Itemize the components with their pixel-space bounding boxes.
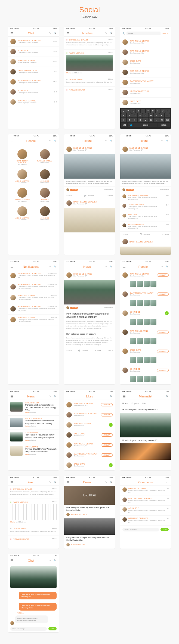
share-icon[interactable]: ↗ — [165, 481, 169, 484]
post-image[interactable] — [64, 208, 115, 232]
comments-count[interactable]: 3 comments — [104, 188, 113, 191]
article-question[interactable]: How Instagram closed my account ? — [120, 407, 171, 413]
user-name[interactable]: MARINE LE GRAND — [74, 403, 99, 405]
search-result-row[interactable]: MARINE LE GRANDSan Francisco, CA — [120, 47, 171, 57]
news-thumbnail[interactable] — [10, 402, 23, 412]
avatar[interactable] — [122, 90, 128, 95]
kb-key[interactable]: Y — [146, 109, 150, 113]
compose-icon[interactable]: ✎ — [48, 265, 52, 268]
thumbnail[interactable] — [150, 357, 156, 363]
kb-key[interactable]: O — [161, 109, 165, 113]
thumbnail[interactable] — [137, 376, 143, 382]
comment-button[interactable]: 💬 Comment — [78, 350, 88, 351]
search-result-row[interactable]: JAKE DAVESan Francisco — [120, 57, 171, 67]
kb-key[interactable]: J — [154, 113, 159, 117]
user-name[interactable]: MARINE LE GRAND — [130, 273, 155, 275]
thumbnail[interactable] — [130, 376, 136, 382]
comment-input[interactable]: write a comment... — [122, 528, 159, 531]
search-icon[interactable]: 🔍 — [109, 32, 113, 35]
post-image[interactable] — [120, 413, 171, 437]
avatar[interactable] — [122, 214, 126, 217]
notification-row[interactable]: BARTHELEMY CHALVET30 MIN AGOLorem ipsum … — [8, 281, 59, 293]
follow-button[interactable]: + FOLLOW — [101, 433, 113, 437]
kb-key[interactable]: C — [138, 118, 143, 122]
reply-button[interactable]: ↩ — [167, 507, 169, 514]
avatar[interactable] — [10, 295, 16, 300]
message-input[interactable]: Write a message... — [10, 627, 47, 631]
next-button[interactable]: Next › — [108, 350, 113, 351]
user-name[interactable]: BARTHELEMY CHALVET — [73, 201, 97, 203]
kb-key[interactable]: L — [165, 113, 170, 117]
thumbnail[interactable] — [150, 376, 156, 382]
user-name[interactable]: BARTHELEMY CHALVET — [128, 194, 164, 196]
menu-icon[interactable] — [10, 395, 14, 398]
people-card[interactable]: JOHN DOE San Francisco — [33, 167, 56, 186]
thumbnail[interactable] — [144, 338, 150, 344]
thumbnail[interactable] — [150, 338, 156, 344]
avatar[interactable] — [122, 349, 128, 354]
kb-key[interactable]: V — [143, 118, 148, 122]
chat-row[interactable]: JOHN DOELorem ipsum dolor sit amet. 5 J — [8, 87, 59, 97]
kb-key[interactable]: S — [127, 113, 132, 117]
user-name[interactable]: BARTHELEMY CHALVET — [129, 241, 153, 243]
thumbnail[interactable] — [137, 281, 143, 287]
kb-key[interactable]: M — [159, 118, 164, 122]
avatar[interactable] — [122, 223, 126, 227]
author-link[interactable]: Marina — [66, 72, 71, 74]
avatar[interactable] — [66, 272, 72, 278]
user-name[interactable]: MARINE LEGRAND — [13, 501, 28, 503]
search-result-row[interactable]: MARINE LE GRANDSan Francisco, CA — [120, 67, 171, 77]
avatar[interactable] — [10, 69, 16, 74]
user-name[interactable]: LEONARD ORTELLI — [69, 79, 84, 80]
avatar[interactable] — [40, 149, 50, 159]
people-card[interactable]: BARTHELEMY CHALVET San Francisco — [11, 147, 33, 167]
avatar[interactable] — [17, 149, 27, 159]
user-name[interactable]: BARTHELEMY CHALVET — [13, 488, 32, 490]
menu-icon[interactable] — [122, 265, 126, 268]
author-name[interactable]: BARTHELEMY CHALVET — [71, 514, 88, 515]
user-name[interactable]: JOHN DOE — [128, 507, 166, 509]
cancel-button[interactable]: CANCEL — [162, 33, 169, 34]
thumbnail[interactable] — [137, 300, 143, 306]
search-result-row[interactable]: BARTHELEMY CHALVETSan Francisco — [120, 77, 171, 88]
search-icon[interactable]: 🔍 — [109, 265, 113, 268]
menu-icon[interactable] — [10, 481, 14, 484]
following-check-icon[interactable]: ✓ — [165, 311, 169, 315]
follow-button[interactable]: + FOLLOW — [157, 369, 169, 372]
search-icon[interactable]: 🔍 — [53, 265, 57, 268]
avatar[interactable] — [10, 39, 16, 44]
search-result-row[interactable]: LEONARD ORTELLISan Francisco — [120, 88, 171, 98]
avatar[interactable] — [66, 402, 72, 407]
avatar[interactable] — [17, 188, 27, 198]
avatar[interactable] — [122, 80, 128, 85]
feed-image[interactable] — [10, 504, 57, 520]
back-icon[interactable]: ‹ — [66, 395, 70, 398]
thumbnail[interactable] — [130, 319, 136, 325]
article-image[interactable] — [64, 280, 115, 304]
notification-row[interactable]: MARINE LEGRAND3H AGOLorem ipsum dolor si… — [8, 315, 59, 326]
kb-key[interactable]: Z — [127, 118, 132, 122]
chat-row[interactable]: LEONARD ORTELLILorem ipsum dolor sit ame… — [8, 67, 59, 77]
kb-return[interactable]: return — [158, 123, 170, 127]
people-card[interactable]: NATHALIE ORTELLI San Francisco — [33, 147, 56, 167]
news-row[interactable]: NATHALIE CHALVET There are a million rea… — [8, 400, 59, 416]
comment-button[interactable]: 💬 Comment — [84, 195, 94, 197]
comments-count[interactable]: 3 comments — [160, 188, 169, 191]
menu-icon[interactable] — [66, 32, 70, 35]
compose-icon[interactable]: ✎ — [161, 265, 164, 268]
user-name[interactable]: BARTHELEMY CHALVET — [130, 292, 155, 294]
avatar[interactable] — [122, 49, 128, 55]
kb-key[interactable]: A — [121, 113, 126, 117]
user-name[interactable]: MARINE LEGRAND — [128, 204, 164, 206]
avatar[interactable] — [66, 442, 72, 448]
avatar[interactable] — [122, 291, 128, 297]
user-name[interactable]: JOHN DOE — [130, 368, 155, 370]
kb-key[interactable]: G — [143, 113, 148, 117]
avatar[interactable] — [10, 284, 16, 290]
user-name[interactable]: MARINE LE GRAND — [73, 147, 92, 149]
user-name[interactable]: JAKE DAVE — [130, 349, 155, 351]
compose-icon[interactable]: ✎ — [104, 481, 108, 484]
kb-globe[interactable]: 🌐 — [128, 123, 134, 127]
chat-row[interactable]: JOHN DOELorem ipsum dolor sit amet. 14:5… — [8, 47, 59, 57]
news-row[interactable]: LEONARD ORTELLI Fairly Random Thoughts o… — [8, 430, 59, 444]
